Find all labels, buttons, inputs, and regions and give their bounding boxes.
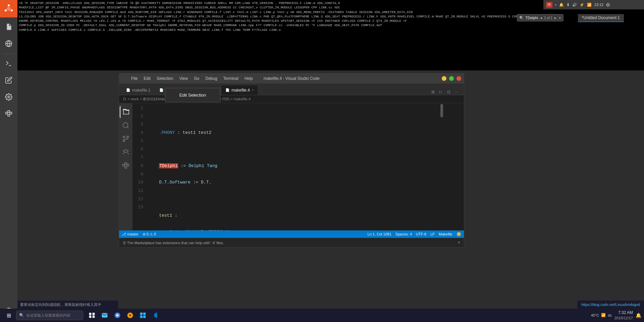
tab-close-button[interactable]: ×: [252, 88, 254, 92]
line-numbers: 1 2 3 4 5 6 7 8 9 10 11 12 13: [132, 103, 146, 230]
taskbar-app-3[interactable]: [124, 309, 136, 321]
taskbar-app-vscode[interactable]: [150, 309, 162, 321]
svg-point-4: [5, 9, 7, 11]
menu-terminal[interactable]: Terminal: [221, 75, 241, 82]
temperature-label: 40°C: [591, 313, 599, 317]
activity-search[interactable]: [120, 119, 132, 131]
minimize-button[interactable]: −: [442, 76, 446, 81]
edit-icon[interactable]: [0, 72, 17, 88]
taskbar-clock: 7:32 AM 2019/12/17: [614, 310, 633, 320]
svg-rect-10: [8, 111, 10, 113]
activity-explorer[interactable]: [120, 106, 132, 118]
code-content[interactable]: .PHONY : test1 test2 TDelphi := Delphi T…: [146, 103, 440, 230]
search-close[interactable]: ✕: [558, 16, 561, 20]
statusbar-indent: Spaces: 4: [395, 232, 412, 236]
taskbar-right: 40°C 📶 dx 7:32 AM 2019/12/17 🔔: [591, 310, 641, 320]
search-nav-prev[interactable]: ◄: [539, 16, 543, 20]
svg-line-14: [127, 127, 128, 128]
menu-help[interactable]: Help: [242, 75, 256, 82]
vscode-titlebar: File Edit Selection View Go Debug Termin…: [119, 73, 464, 84]
terminal-line-7: COMPILE.S LINK.F SUFFIXES COMPILE.c COMP…: [19, 28, 643, 32]
untitled-document-tab[interactable]: *Untitled Document 1: [578, 14, 624, 22]
svg-rect-22: [125, 166, 127, 168]
activity-source-control[interactable]: [120, 133, 132, 145]
notification-bar: 🛈 The Marketplace has extensions that ca…: [119, 238, 464, 247]
svg-point-1: [7, 7, 11, 11]
taskbar-search-bar[interactable]: 🔍 在这里输入你要搜索的内容: [16, 311, 83, 320]
search-icon: 🔍: [519, 16, 524, 20]
svg-point-28: [116, 314, 119, 317]
tab-makefile1[interactable]: 📄 makefile.1: [122, 85, 155, 95]
scrollbar-thumb[interactable]: [440, 104, 443, 117]
search-value: TDelphi: [525, 16, 538, 20]
start-button[interactable]: ⊞: [3, 309, 15, 321]
file-icon: 📄: [126, 88, 130, 92]
file-icon: 📄: [159, 88, 163, 92]
vscode-menu: File Edit Selection View Go Debug Termin…: [128, 75, 256, 82]
url-bar: https://blog.csdn.net/LinuxArmbigod: [577, 301, 644, 309]
statusbar-encoding: UTF-8: [416, 232, 426, 236]
statusbar-language: Makefile: [439, 232, 452, 236]
search-nav-next[interactable]: ►: [554, 16, 557, 20]
svg-rect-20: [125, 163, 127, 165]
settings-icon[interactable]: [0, 89, 17, 105]
code-editor[interactable]: 1 2 3 4 5 6 7 8 9 10 11 12 13 .PHONY : t…: [132, 103, 464, 230]
terminal-icon[interactable]: [0, 55, 17, 71]
tab-actions: ⊞ ▷ ⊡ ···: [430, 89, 461, 95]
svg-rect-32: [143, 316, 146, 318]
activity-bar: [119, 103, 132, 230]
activity-extensions[interactable]: [120, 160, 132, 172]
statusbar: ⎇ master ⊘ 0 ⚠ 0 Ln 1, Col 1081 Spaces: …: [119, 230, 464, 238]
tray-dot: •: [555, 3, 556, 7]
taskbar-apps: [86, 309, 162, 321]
terminal-line-3: TEXI2DVI GPG_AGENT_INFO YACC SESSION_MAN…: [19, 10, 643, 14]
toggle-panel-button[interactable]: ⊡: [446, 89, 452, 95]
files-icon[interactable]: [0, 19, 17, 35]
tab-makefile2[interactable]: 📄 makefile.2: [155, 85, 188, 95]
maximize-button[interactable]: □: [449, 76, 454, 81]
svg-rect-19: [123, 164, 125, 166]
taskbar-notification-button[interactable]: 🔔: [636, 313, 641, 318]
tab-makefile4[interactable]: 📄 makefile.4 ×: [221, 85, 258, 95]
code-line-8: @echo "$(MAKE_VERSION)": [149, 228, 440, 230]
vertical-scrollbar[interactable]: [440, 103, 444, 230]
file-icon: 📄: [225, 88, 229, 92]
taskbar-task-view[interactable]: [86, 309, 98, 321]
browser-icon[interactable]: [0, 36, 17, 52]
tab-makefile3[interactable]: 📄 makefile.3: [188, 85, 221, 95]
menu-view[interactable]: View: [176, 75, 191, 82]
code-line-4: TDelphi := Delphi Tang: [149, 162, 440, 170]
vscode-top-search[interactable]: 🔍 TDelphi ◄ 1 of 1 ► ✕: [517, 14, 564, 21]
split-editor-button[interactable]: ⊞: [430, 89, 436, 95]
close-button[interactable]: ×: [457, 76, 461, 81]
tray-icon-1: 🔔: [559, 3, 564, 7]
notification-close[interactable]: ✕: [458, 240, 461, 245]
taskbar-app-4[interactable]: [137, 309, 149, 321]
menu-selection[interactable]: Selection: [154, 75, 176, 82]
taskbar-app-1[interactable]: [99, 309, 111, 321]
ubuntu-logo-icon[interactable]: [0, 0, 17, 17]
code-line-7: test1 :: [149, 212, 440, 220]
wifi-icon: 📶: [601, 313, 606, 317]
svg-point-13: [123, 123, 128, 128]
menu-edit[interactable]: Edit: [141, 75, 153, 82]
svg-point-8: [8, 96, 10, 98]
svg-point-15: [123, 136, 125, 138]
vm-hint: 要将光标定向到到虚拟机，请将鼠标指针移入其中: [17, 301, 118, 309]
extensions-icon[interactable]: [0, 106, 17, 122]
menu-debug[interactable]: Debug: [203, 75, 220, 82]
volume-icon: dx: [608, 313, 612, 317]
background-terminal: <D ?F DESKTOP_SESSION .SHELLFLAGS XDG_SE…: [17, 0, 644, 70]
menu-go[interactable]: Go: [191, 75, 202, 82]
activity-debug[interactable]: [120, 146, 132, 158]
more-actions-button[interactable]: ···: [454, 89, 460, 95]
taskbar-app-chrome[interactable]: [111, 309, 123, 321]
svg-rect-21: [127, 164, 129, 166]
window-title: makefile.4 - Visual Studio Code: [263, 76, 319, 81]
search-icon: 🔍: [19, 313, 24, 318]
svg-rect-30: [143, 313, 146, 315]
sidebar-divider: [3, 54, 15, 54]
run-button[interactable]: ▷: [438, 89, 444, 95]
power-icon: ⏻: [606, 3, 610, 7]
menu-file[interactable]: File: [128, 75, 140, 82]
